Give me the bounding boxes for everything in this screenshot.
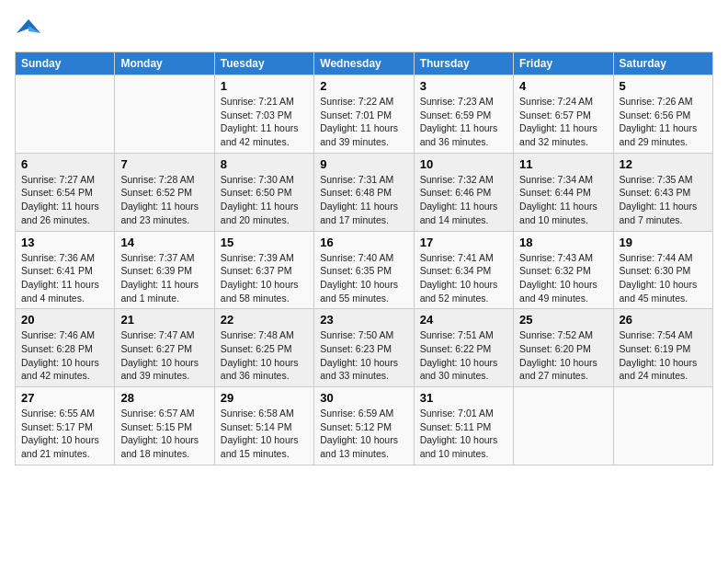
day-info: Sunrise: 7:34 AMSunset: 6:44 PMDaylight:… — [519, 173, 607, 227]
sunrise-time: Sunrise: 7:44 AM — [620, 252, 693, 263]
calendar-cell: 1Sunrise: 7:21 AMSunset: 7:03 PMDaylight… — [214, 75, 313, 154]
sunset-time: Sunset: 6:27 PM — [120, 343, 192, 354]
daylight-hours: Daylight: 11 hours and 7 minutes. — [620, 201, 698, 225]
calendar-cell: 30Sunrise: 6:59 AMSunset: 5:12 PMDayligh… — [314, 387, 414, 465]
day-number: 20 — [21, 313, 108, 327]
daylight-hours: Daylight: 10 hours and 18 minutes. — [120, 434, 199, 459]
logo-icon — [15, 15, 42, 42]
day-number: 17 — [420, 236, 507, 249]
calendar-week-2: 6Sunrise: 7:27 AMSunset: 6:54 PMDaylight… — [16, 153, 713, 231]
calendar-cell: 7Sunrise: 7:28 AMSunset: 6:52 PMDaylight… — [115, 153, 214, 231]
day-number: 21 — [120, 313, 208, 327]
daylight-hours: Daylight: 10 hours and 15 minutes. — [221, 434, 299, 459]
daylight-hours: Daylight: 10 hours and 33 minutes. — [320, 357, 398, 382]
day-info: Sunrise: 7:31 AMSunset: 6:48 PMDaylight:… — [320, 173, 407, 227]
day-number: 14 — [120, 236, 208, 249]
day-info: Sunrise: 7:01 AMSunset: 5:11 PMDaylight:… — [420, 407, 507, 461]
daylight-hours: Daylight: 11 hours and 1 minute. — [120, 279, 199, 304]
sunrise-time: Sunrise: 7:24 AM — [519, 96, 593, 107]
calendar-cell: 8Sunrise: 7:30 AMSunset: 6:50 PMDaylight… — [214, 153, 313, 231]
sunset-time: Sunset: 6:28 PM — [21, 343, 93, 354]
calendar-cell: 15Sunrise: 7:39 AMSunset: 6:37 PMDayligh… — [214, 231, 313, 309]
calendar-cell: 19Sunrise: 7:44 AMSunset: 6:30 PMDayligh… — [613, 231, 712, 309]
calendar-cell — [613, 387, 712, 465]
day-number: 10 — [420, 157, 507, 171]
calendar-cell: 9Sunrise: 7:31 AMSunset: 6:48 PMDaylight… — [314, 153, 414, 231]
sunrise-time: Sunrise: 7:46 AM — [21, 329, 95, 340]
daylight-hours: Daylight: 11 hours and 36 minutes. — [420, 122, 498, 147]
calendar-cell: 25Sunrise: 7:52 AMSunset: 6:20 PMDayligh… — [514, 309, 613, 387]
day-info: Sunrise: 7:50 AMSunset: 6:23 PMDaylight:… — [320, 328, 407, 383]
day-number: 23 — [320, 313, 407, 327]
day-info: Sunrise: 7:27 AMSunset: 6:54 PMDaylight:… — [21, 173, 108, 227]
day-number: 15 — [221, 236, 308, 249]
sunrise-time: Sunrise: 7:22 AM — [320, 96, 393, 107]
day-info: Sunrise: 7:41 AMSunset: 6:34 PMDaylight:… — [420, 251, 507, 305]
day-number: 11 — [519, 157, 607, 171]
day-info: Sunrise: 7:46 AMSunset: 6:28 PMDaylight:… — [21, 328, 108, 383]
calendar-cell: 3Sunrise: 7:23 AMSunset: 6:59 PMDaylight… — [414, 75, 513, 154]
day-header-wednesday: Wednesday — [314, 52, 414, 75]
sunset-time: Sunset: 7:01 PM — [320, 109, 392, 121]
calendar-cell: 23Sunrise: 7:50 AMSunset: 6:23 PMDayligh… — [314, 309, 414, 387]
calendar-cell — [514, 387, 613, 465]
sunrise-time: Sunrise: 7:36 AM — [21, 252, 95, 263]
day-info: Sunrise: 6:55 AMSunset: 5:17 PMDaylight:… — [21, 407, 108, 461]
calendar-cell: 21Sunrise: 7:47 AMSunset: 6:27 PMDayligh… — [115, 309, 214, 387]
day-info: Sunrise: 7:24 AMSunset: 6:57 PMDaylight:… — [519, 95, 607, 149]
daylight-hours: Daylight: 11 hours and 17 minutes. — [320, 201, 398, 225]
sunset-time: Sunset: 6:37 PM — [221, 265, 292, 276]
day-info: Sunrise: 7:36 AMSunset: 6:41 PMDaylight:… — [21, 251, 108, 305]
sunrise-time: Sunrise: 7:50 AM — [320, 329, 393, 340]
daylight-hours: Daylight: 11 hours and 14 minutes. — [420, 201, 498, 225]
daylight-hours: Daylight: 11 hours and 10 minutes. — [519, 201, 597, 225]
daylight-hours: Daylight: 10 hours and 42 minutes. — [21, 357, 99, 382]
sunrise-time: Sunrise: 7:32 AM — [420, 174, 494, 185]
sunrise-time: Sunrise: 7:48 AM — [221, 329, 294, 340]
calendar-cell: 4Sunrise: 7:24 AMSunset: 6:57 PMDaylight… — [514, 75, 613, 154]
calendar-cell: 14Sunrise: 7:37 AMSunset: 6:39 PMDayligh… — [115, 231, 214, 309]
day-number: 6 — [21, 157, 108, 171]
sunrise-time: Sunrise: 7:40 AM — [320, 252, 393, 263]
calendar-cell: 31Sunrise: 7:01 AMSunset: 5:11 PMDayligh… — [414, 387, 513, 465]
sunrise-time: Sunrise: 7:23 AM — [420, 96, 494, 107]
calendar-cell: 2Sunrise: 7:22 AMSunset: 7:01 PMDaylight… — [314, 75, 414, 154]
calendar-cell: 16Sunrise: 7:40 AMSunset: 6:35 PMDayligh… — [314, 231, 414, 309]
calendar-cell: 27Sunrise: 6:55 AMSunset: 5:17 PMDayligh… — [16, 387, 115, 465]
calendar-cell — [115, 75, 214, 154]
sunset-time: Sunset: 6:46 PM — [420, 187, 492, 198]
day-info: Sunrise: 7:28 AMSunset: 6:52 PMDaylight:… — [120, 173, 208, 227]
sunset-time: Sunset: 5:15 PM — [120, 421, 192, 432]
sunrise-time: Sunrise: 7:35 AM — [620, 174, 693, 185]
daylight-hours: Daylight: 11 hours and 4 minutes. — [21, 279, 99, 304]
sunset-time: Sunset: 6:57 PM — [519, 109, 591, 121]
sunset-time: Sunset: 5:12 PM — [320, 421, 392, 432]
calendar-cell: 20Sunrise: 7:46 AMSunset: 6:28 PMDayligh… — [16, 309, 115, 387]
sunrise-time: Sunrise: 7:01 AM — [420, 408, 494, 419]
day-number: 22 — [221, 313, 308, 327]
day-info: Sunrise: 7:43 AMSunset: 6:32 PMDaylight:… — [519, 251, 607, 305]
sunset-time: Sunset: 6:20 PM — [519, 343, 591, 354]
daylight-hours: Daylight: 10 hours and 39 minutes. — [120, 357, 199, 382]
day-number: 29 — [221, 391, 308, 405]
day-info: Sunrise: 7:30 AMSunset: 6:50 PMDaylight:… — [221, 173, 308, 227]
calendar-cell: 24Sunrise: 7:51 AMSunset: 6:22 PMDayligh… — [414, 309, 513, 387]
calendar-week-1: 1Sunrise: 7:21 AMSunset: 7:03 PMDaylight… — [16, 75, 713, 154]
calendar-cell: 17Sunrise: 7:41 AMSunset: 6:34 PMDayligh… — [414, 231, 513, 309]
day-header-sunday: Sunday — [16, 52, 115, 75]
sunset-time: Sunset: 6:59 PM — [420, 109, 492, 121]
sunset-time: Sunset: 6:30 PM — [620, 265, 691, 276]
sunrise-time: Sunrise: 7:27 AM — [21, 174, 95, 185]
daylight-hours: Daylight: 10 hours and 52 minutes. — [420, 279, 498, 304]
day-info: Sunrise: 7:21 AMSunset: 7:03 PMDaylight:… — [221, 95, 308, 149]
day-info: Sunrise: 7:52 AMSunset: 6:20 PMDaylight:… — [519, 328, 607, 383]
day-info: Sunrise: 7:47 AMSunset: 6:27 PMDaylight:… — [120, 328, 208, 383]
day-number: 28 — [120, 391, 208, 405]
calendar-cell: 26Sunrise: 7:54 AMSunset: 6:19 PMDayligh… — [613, 309, 712, 387]
sunset-time: Sunset: 6:39 PM — [120, 265, 192, 276]
calendar-cell — [16, 75, 115, 154]
day-number: 30 — [320, 391, 407, 405]
calendar-cell: 11Sunrise: 7:34 AMSunset: 6:44 PMDayligh… — [514, 153, 613, 231]
day-info: Sunrise: 7:54 AMSunset: 6:19 PMDaylight:… — [620, 328, 707, 383]
day-header-saturday: Saturday — [613, 52, 712, 75]
